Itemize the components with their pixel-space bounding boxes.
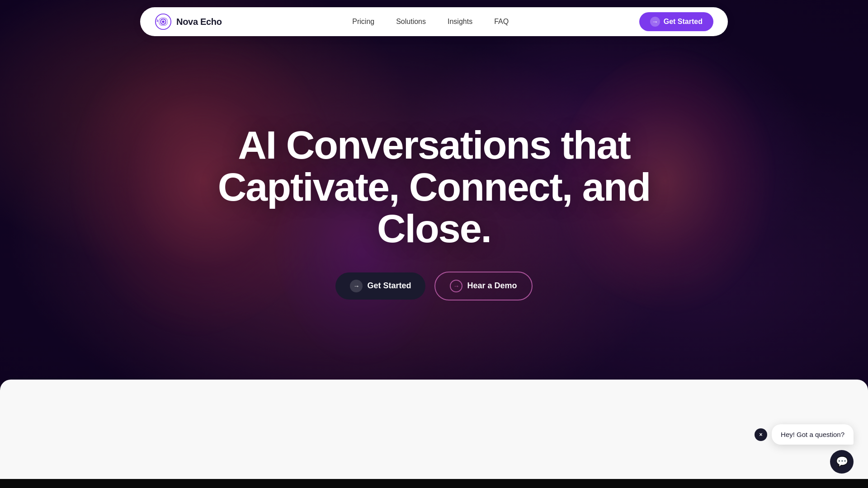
hero-get-started-button[interactable]: → Get Started	[335, 272, 425, 300]
hero-section: AI Conversations that Captivate, Connect…	[0, 0, 868, 389]
nav-insights[interactable]: Insights	[448, 18, 472, 25]
hero-get-started-label: Get Started	[367, 281, 411, 291]
nav-links: Pricing Solutions Insights FAQ	[352, 18, 509, 26]
hero-title-line1: AI Conversations that	[238, 122, 630, 167]
logo-icon	[155, 13, 172, 30]
chat-button-icon: 💬	[836, 456, 848, 468]
close-icon: ×	[760, 432, 763, 438]
bottom-section	[0, 380, 868, 479]
get-started-arrow-icon: →	[350, 280, 363, 292]
chat-close-button[interactable]: ×	[755, 428, 767, 441]
hero-hear-demo-label: Hear a Demo	[467, 281, 517, 291]
hero-buttons: → Get Started → Hear a Demo	[181, 272, 687, 300]
brand-name: Nova Echo	[176, 17, 222, 27]
chat-bubble-text: Hey! Got a question?	[781, 431, 844, 438]
nav-cta-label: Get Started	[664, 18, 703, 26]
nav-solutions[interactable]: Solutions	[396, 18, 426, 25]
hear-demo-arrow-icon: →	[450, 280, 462, 292]
chat-widget: × Hey! Got a question? 💬	[755, 424, 854, 474]
logo-link[interactable]: Nova Echo	[155, 13, 222, 30]
nav-cta-arrow-icon: →	[650, 17, 660, 27]
svg-point-1	[162, 20, 165, 23]
chat-bubble: Hey! Got a question?	[772, 424, 854, 445]
chat-open-button[interactable]: 💬	[830, 450, 854, 474]
navbar: Nova Echo Pricing Solutions Insights FAQ…	[140, 7, 728, 36]
chat-bubble-row: × Hey! Got a question?	[755, 424, 854, 445]
hero-content: AI Conversations that Captivate, Connect…	[163, 124, 705, 300]
nav-pricing[interactable]: Pricing	[352, 18, 374, 25]
nav-faq[interactable]: FAQ	[494, 18, 509, 25]
nav-get-started-button[interactable]: → Get Started	[639, 12, 713, 31]
hero-hear-demo-button[interactable]: → Hear a Demo	[434, 272, 532, 300]
hero-title: AI Conversations that Captivate, Connect…	[181, 124, 687, 249]
hero-title-line2: Captivate, Connect, and Close.	[218, 164, 650, 251]
